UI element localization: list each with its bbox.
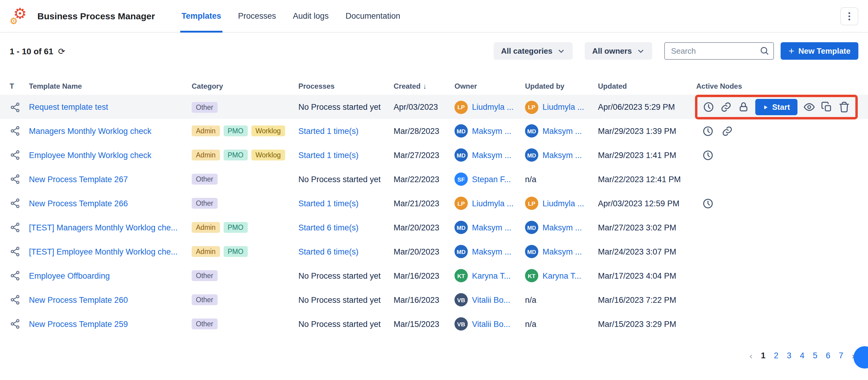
template-name-link[interactable]: Managers Monthly Worklog check [29,126,151,136]
clock-icon[interactable] [702,149,714,161]
tab-documentation[interactable]: Documentation [344,0,401,32]
category-tags: Other [192,174,299,184]
template-name-link[interactable]: New Process Template 260 [29,295,128,304]
copy-icon[interactable] [821,101,832,113]
floating-action-button[interactable] [854,346,868,369]
pagination-page-4[interactable]: 4 [800,351,804,360]
table-row[interactable]: New Process Template 267 Other No Proces… [0,167,868,191]
pagination-prev[interactable]: ‹ [749,350,752,361]
template-name-link[interactable]: Employee Monthly Worklog check [29,150,151,159]
table-row[interactable]: New Process Template 259 Other No Proces… [0,312,868,336]
user-link[interactable]: Liudmyla ... [472,103,514,112]
table-row[interactable]: New Process Template 260 Other No Proces… [0,288,868,312]
user-link[interactable]: Karyna T... [542,271,581,280]
user-link[interactable]: Liudmyla ... [542,103,584,112]
user-link[interactable]: Karyna T... [472,271,511,280]
user-link[interactable]: Maksym ... [542,247,582,256]
user-link[interactable]: Maksym ... [542,126,582,136]
updated-by-cell: MDMaksym ... [525,221,598,234]
user-link[interactable]: Maksym ... [542,150,582,159]
new-template-button[interactable]: + New Template [781,42,858,60]
user-link[interactable]: Maksym ... [472,223,512,232]
template-type-icon [10,294,24,305]
lock-icon[interactable] [738,101,749,113]
processes-link[interactable]: Started 1 time(s) [299,199,359,208]
updated-by-cell: KTKaryna T... [525,269,598,282]
col-category[interactable]: Category [192,82,299,90]
template-name-link[interactable]: New Process Template 267 [29,175,128,184]
owners-filter-dropdown[interactable]: All owners [585,42,652,60]
col-updated-by[interactable]: Updated by [525,82,598,90]
processes-link[interactable]: Started 6 time(s) [299,247,359,256]
start-button[interactable]: Start [755,99,797,115]
template-name-link[interactable]: [TEST] Managers Monthly Worklog che... [29,223,178,232]
col-type: T [10,82,29,90]
template-name-link[interactable]: Employee Offboarding [29,271,110,280]
user-link[interactable]: Maksym ... [472,150,512,159]
search-input[interactable] [664,42,774,60]
refresh-icon[interactable]: ⟳ [58,46,65,56]
processes-cell: Started 1 time(s) [299,150,394,159]
na-text: n/a [525,175,536,184]
table-row[interactable]: [TEST] Employee Monthly Worklog che... A… [0,239,868,264]
tab-audit-logs[interactable]: Audit logs [292,0,330,32]
template-type-icon [10,125,24,136]
updated-by-cell: MDMaksym ... [525,245,598,258]
processes-link[interactable]: Started 1 time(s) [299,126,359,136]
processes-cell: Started 6 time(s) [299,223,394,232]
na-text: n/a [525,295,536,304]
pagination-page-5[interactable]: 5 [813,351,817,360]
kebab-menu-button[interactable] [840,7,858,25]
table-row[interactable]: New Process Template 266 Other Started 1… [0,191,868,215]
pagination-page-6[interactable]: 6 [826,351,830,360]
table-row[interactable]: Employee Monthly Worklog check AdminPMOW… [0,143,868,167]
category-tag: Other [192,174,218,184]
clock-icon[interactable] [703,101,714,113]
gear-icon-small: ⚙︎ [10,17,18,26]
template-name-link[interactable]: [TEST] Employee Monthly Worklog che... [29,247,178,256]
pagination-page-7[interactable]: 7 [839,351,843,360]
template-name-link[interactable]: Request template test [29,103,108,112]
pagination-page-3[interactable]: 3 [787,351,792,360]
user-link[interactable]: Vitalii Bo... [472,295,510,304]
user-link[interactable]: Maksym ... [472,247,512,256]
user-link[interactable]: Liudmyla ... [472,199,514,208]
categories-filter-dropdown[interactable]: All categories [494,42,573,60]
user-link[interactable]: Maksym ... [542,223,582,232]
created-date: Mar/27/2023 [394,150,455,159]
table-row[interactable]: Employee Offboarding Other No Process st… [0,264,868,288]
processes-link[interactable]: Started 6 time(s) [299,223,359,232]
template-name-link[interactable]: New Process Template 259 [29,319,128,328]
owner-cell: MDMaksym ... [455,148,525,162]
col-processes[interactable]: Processes [299,82,394,90]
user-link[interactable]: Maksym ... [472,126,512,136]
owner-cell: VBVitalii Bo... [455,317,525,330]
col-created[interactable]: Created ↓ [394,82,455,90]
clock-icon[interactable] [702,198,714,209]
link-icon[interactable] [720,101,732,113]
user-link[interactable]: Liudmyla ... [542,199,584,208]
user-link[interactable]: Stepan F... [472,175,511,184]
tab-templates[interactable]: Templates [180,0,222,32]
template-name-link[interactable]: New Process Template 266 [29,199,128,208]
table-row[interactable]: [TEST] Managers Monthly Worklog che... A… [0,215,868,239]
eye-icon[interactable] [803,101,815,113]
trash-icon[interactable] [838,101,849,113]
user-link[interactable]: Vitalii Bo... [472,319,510,328]
link-icon[interactable] [721,125,733,137]
table-row[interactable]: Managers Monthly Worklog check AdminPMOW… [0,119,868,143]
col-updated[interactable]: Updated [598,82,696,90]
created-date: Mar/15/2023 [394,319,455,328]
pagination-page-1[interactable]: 1 [761,351,766,360]
table-row[interactable]: Request template test Other No Process s… [0,95,868,119]
updated-date: Mar/29/2023 1:41 PM [598,150,696,159]
clock-icon[interactable] [702,125,714,137]
updated-date: Apr/03/2023 12:59 PM [598,199,696,208]
processes-link[interactable]: Started 1 time(s) [299,150,359,159]
tab-processes[interactable]: Processes [237,0,277,32]
category-tags: AdminPMO [192,222,299,233]
pagination-page-2[interactable]: 2 [774,351,778,360]
chevron-down-icon [637,47,645,55]
col-owner[interactable]: Owner [455,82,525,90]
col-template-name[interactable]: Template Name [29,82,192,90]
